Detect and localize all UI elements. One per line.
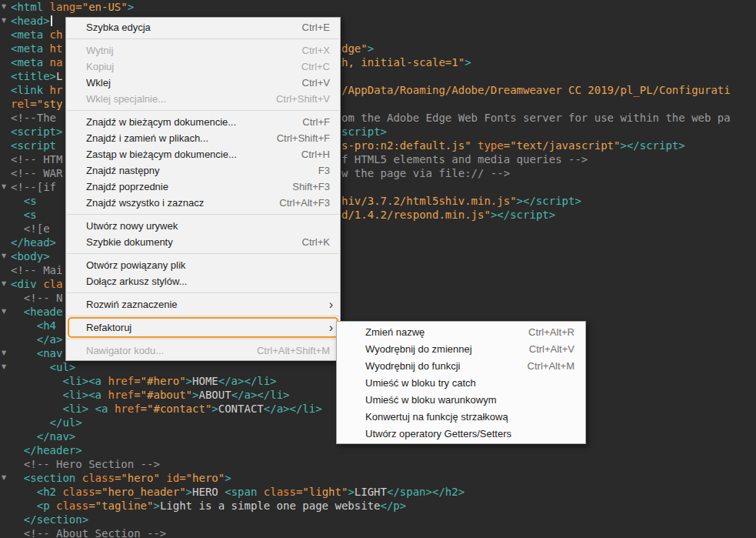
code-text: <title>L [11,69,62,83]
submenu-item[interactable]: Umieść w bloku warunkowym [337,391,585,408]
menu-item[interactable]: Rozwiń zaznaczenie› [66,296,340,312]
code-token: LIGHT [355,486,387,498]
code-token: ="#hero" [134,375,185,387]
code-token: rel [11,98,30,110]
menu-item: Wklej specjalnie...Ctrl+Shift+V [66,91,340,107]
code-line[interactable]: </header> [0,443,756,457]
code-token: ="#about" [134,389,192,401]
menu-item-label: Wyodrębnij do zmiennej [365,343,508,355]
menu-shortcut: Ctrl+K [302,236,330,248]
menu-item[interactable]: Znajdź w bieżącym dokumencie...Ctrl+F [66,114,340,130]
submenu-item[interactable]: Utwórz operatory Getters/Setters [337,425,585,442]
code-token: <!-- HTM [11,153,62,165]
code-token: </head> [11,236,56,249]
fold-arrow-icon[interactable]: ▼ [2,471,11,485]
menu-item-label: Dołącz arkusz stylów... [86,276,330,287]
menu-item[interactable]: Zastąp w bieżącym dokumencie...Ctrl+H [66,146,340,162]
code-line[interactable]: <h2 class="hero_header">HERO <span class… [0,485,756,499]
code-token: href [108,375,134,387]
code-token: href [108,389,134,401]
code-token: <div [11,278,43,290]
code-token [11,513,24,526]
code-token: <ul> [50,361,76,373]
code-token: <!-- Mai [11,264,62,276]
code-text: <html lang="en-US"> [11,0,134,14]
code-token: > [465,56,471,69]
code-text: <link hr [11,83,62,97]
menu-item: WytnijCtrl+X [66,42,340,58]
menu-item[interactable]: Szybka edycjaCtrl+E [66,19,340,35]
submenu-item[interactable]: Konwertuj na funkcję strzałkową [337,408,585,425]
submenu-item[interactable]: Wyodrębnij do funkcjiCtrl+Alt+M [337,357,585,374]
fold-arrow-icon[interactable]: ▼ [2,0,11,14]
code-token: class [56,500,88,512]
code-line[interactable]: <p class="tagline">Light is a simple one… [0,499,756,513]
code-token: <p [37,500,56,512]
menu-item[interactable]: Znajdź następnyF3 [66,162,340,179]
menu-separator [67,38,339,39]
code-token: <script [11,139,62,152]
menu-shortcut: Ctrl+Shift+V [276,93,330,105]
fold-arrow-icon[interactable]: ▼ [2,305,11,319]
fold-arrow-icon[interactable]: ▼ [2,360,11,374]
code-line[interactable]: ▼ <section class="hero" id="hero"> [0,471,756,485]
submenu-item[interactable]: Zmień nazwęCtrl+Alt+R [337,323,585,340]
code-token: <span [225,486,264,498]
code-text: <heade [11,305,62,319]
code-text: rel="sty [11,97,62,111]
code-token: h, initial-scale=1" [341,56,465,69]
code-token: ch [50,28,63,41]
menu-item-label: Wklej [86,77,281,89]
code-token: class [62,486,95,498]
code-token: <body> [11,250,50,262]
code-text: <head> [11,14,52,28]
menu-shortcut: Ctrl+Alt+R [528,326,574,338]
code-token: href [115,403,141,415]
menu-item[interactable]: Znajdź wszystko i zaznaczCtrl+Alt+F3 [66,195,340,211]
code-text-continued: script> [341,125,387,139]
menu-item[interactable]: Znajdź poprzednieShift+F3 [66,179,340,195]
code-token: <!--The [11,112,62,124]
fold-arrow-icon[interactable]: ▼ [2,249,11,263]
code-token: <meta [11,28,50,41]
code-token: s-pro:n2:default.js" [341,139,478,152]
code-text: <li><a href="#about">ABOUT</a></li> [11,388,289,402]
menu-item-refaktoruj[interactable]: Refaktoruj› [66,319,340,336]
fold-arrow-icon[interactable]: ▼ [2,277,11,291]
menu-item[interactable]: Szybkie dokumentyCtrl+K [66,234,340,250]
submenu-item[interactable]: Wyodrębnij do zmiennejCtrl+Alt+V [337,340,585,357]
code-text: <!--The [11,111,62,125]
submenu-item[interactable]: Umieść w bloku try catch [337,374,585,391]
code-token [11,195,24,207]
code-token: hiv/3.7.2/html5shiv.min.js" [341,195,517,207]
code-line[interactable]: </section> [0,513,756,526]
menu-separator [67,339,339,339]
code-line[interactable]: ▼<html lang="en-US"> [0,0,756,14]
code-text-continued: f HTML5 elements and media queries --> [341,152,588,166]
code-line[interactable]: <!-- Hero Section --> [0,457,756,471]
menu-shortcut: Ctrl+V [302,77,330,89]
menu-shortcut: Ctrl+Alt+Shift+M [257,345,330,356]
menu-item[interactable]: Otwórz powiązany plik [66,257,340,273]
menu-item-label: Znajdź następny [86,165,297,176]
menu-item[interactable]: WklejCtrl+V [66,75,340,91]
fold-arrow-icon[interactable]: ▼ [2,14,11,28]
code-text: <h2 class="hero_header">HERO <span class… [11,485,465,499]
fold-arrow-icon[interactable]: ▼ [2,346,11,360]
menu-item-label: Kopiuj [86,61,280,72]
code-token: <h2 [37,486,63,498]
menu-shortcut: Ctrl+Alt+M [528,360,574,372]
code-line[interactable]: <!-- About Section --> [0,526,756,538]
code-token: <s [24,209,37,221]
menu-shortcut: Shift+F3 [292,181,330,192]
menu-item[interactable]: Dołącz arkusz stylów... [66,273,340,289]
code-token: </span></h2> [387,486,465,498]
menu-item[interactable]: Znajdź i zamień w plikach...Ctrl+Shift+F [66,130,340,146]
refactor-submenu: Zmień nazwęCtrl+Alt+RWyodrębnij do zmien… [336,321,586,444]
code-text: <!-- About Section --> [11,526,166,538]
fold-arrow-icon[interactable]: ▼ [2,180,11,194]
menu-item-label: Zmień nazwę [365,326,507,338]
menu-item[interactable]: Utwórz nowy urywek [66,218,340,234]
menu-item-label: Rozwiń zaznaczenie [86,299,330,310]
code-token [11,430,37,443]
